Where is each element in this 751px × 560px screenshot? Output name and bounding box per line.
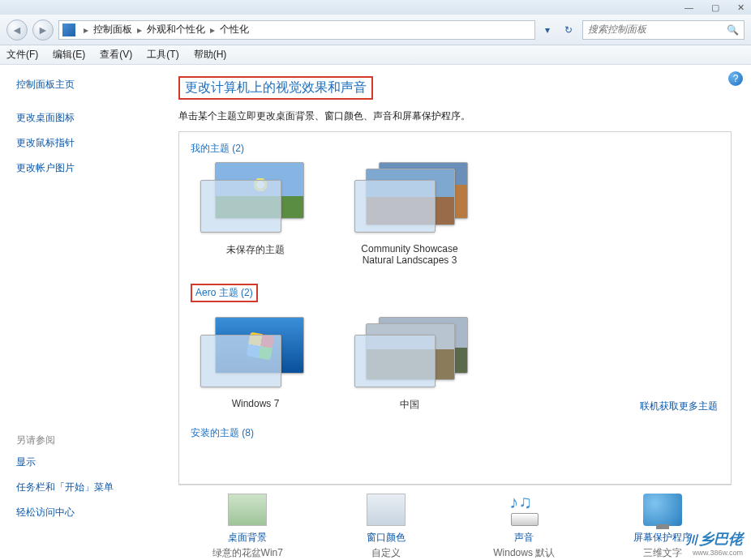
setting-value: 绿意的花盆Win7: [187, 546, 308, 560]
chevron-right-icon: ▸: [207, 24, 218, 36]
window-color-icon: [367, 494, 406, 526]
breadcrumb[interactable]: ▸ 控制面板 ▸ 外观和个性化 ▸ 个性化: [58, 20, 535, 40]
sound-setting[interactable]: 声音 Windows 默认: [463, 494, 585, 560]
setting-label: 桌面背景: [187, 531, 308, 545]
menu-tools[interactable]: 工具(T): [147, 48, 178, 62]
breadcrumb-item[interactable]: 控制面板: [93, 23, 132, 36]
menu-view[interactable]: 查看(V): [100, 48, 132, 62]
window-titlebar: — ▢ ✕: [0, 0, 751, 15]
theme-windows7[interactable]: Windows 7: [191, 317, 320, 412]
setting-value: Windows 默认: [463, 546, 585, 560]
page-title: 更改计算机上的视觉效果和声音: [178, 76, 373, 100]
screensaver-icon: [643, 494, 682, 526]
get-more-themes-link[interactable]: 联机获取更多主题: [640, 400, 718, 413]
seealso-ease-of-access[interactable]: 轻松访问中心: [16, 506, 154, 519]
theme-community-showcase[interactable]: Community Showcase Natural Landscapes 3: [345, 162, 474, 266]
desktop-background-setting[interactable]: 桌面背景 绿意的花盆Win7: [187, 494, 308, 560]
menu-bar: 文件(F) 编辑(E) 查看(V) 工具(T) 帮助(H): [0, 45, 751, 65]
control-panel-icon: [62, 24, 75, 36]
breadcrumb-dropdown[interactable]: ▾: [545, 24, 550, 36]
theme-label: Windows 7: [191, 398, 320, 409]
menu-help[interactable]: 帮助(H): [194, 48, 227, 62]
sidebar-home-link[interactable]: 控制面板主页: [16, 78, 154, 92]
forward-button[interactable]: ►: [32, 19, 54, 41]
theme-china[interactable]: 中国: [345, 317, 474, 412]
search-input[interactable]: 搜索控制面板 🔍: [582, 20, 745, 40]
chevron-right-icon: ▸: [134, 24, 145, 36]
back-button[interactable]: ◄: [6, 19, 28, 41]
minimize-button[interactable]: —: [684, 2, 693, 12]
close-button[interactable]: ✕: [737, 2, 745, 13]
theme-label: Community Showcase Natural Landscapes 3: [345, 243, 474, 266]
seealso-display[interactable]: 显示: [16, 455, 154, 469]
breadcrumb-item[interactable]: 个性化: [220, 23, 249, 36]
sidebar-link-desktop-icons[interactable]: 更改桌面图标: [16, 111, 154, 125]
section-installed-themes: 安装的主题 (8): [191, 426, 719, 440]
themes-panel: 我的主题 (2) 未保存的主题 Community Showcase Na: [178, 131, 732, 485]
sidebar-link-account-picture[interactable]: 更改帐户图片: [16, 161, 154, 175]
section-aero-themes: Aero 主题 (2): [191, 284, 258, 302]
search-placeholder: 搜索控制面板: [588, 23, 646, 36]
theme-unsaved[interactable]: 未保存的主题: [191, 162, 320, 266]
navigation-bar: ◄ ► ▸ 控制面板 ▸ 外观和个性化 ▸ 个性化 ▾ ↻ 搜索控制面板 🔍: [0, 15, 751, 45]
refresh-button[interactable]: ↻: [564, 24, 573, 36]
seealso-taskbar[interactable]: 任务栏和「开始」菜单: [16, 481, 154, 494]
content-area: ? 更改计算机上的视觉效果和声音 单击某个主题立即更改桌面背景、窗口颜色、声音和…: [162, 65, 751, 560]
page-description: 单击某个主题立即更改桌面背景、窗口颜色、声音和屏幕保护程序。: [178, 109, 732, 123]
section-my-themes: 我的主题 (2): [191, 142, 719, 156]
maximize-button[interactable]: ▢: [711, 2, 719, 13]
sound-icon: [504, 494, 543, 526]
sidebar: 控制面板主页 更改桌面图标 更改鼠标指针 更改帐户图片 另请参阅 显示 任务栏和…: [0, 65, 162, 560]
chevron-right-icon: ▸: [80, 24, 92, 36]
theme-window-icon: [354, 335, 436, 387]
sidebar-link-mouse-pointer[interactable]: 更改鼠标指针: [16, 136, 154, 150]
menu-file[interactable]: 文件(F): [6, 48, 38, 62]
watermark: 川乡巴佬 www.386w.com: [686, 529, 743, 557]
theme-window-icon: [200, 335, 281, 387]
desktop-background-icon: [228, 494, 267, 526]
seealso-header: 另请参阅: [16, 434, 154, 447]
setting-value: 自定义: [325, 546, 447, 560]
bottom-settings-bar: 桌面背景 绿意的花盆Win7 窗口颜色 自定义 声音 Windows 默认 屏幕…: [178, 485, 732, 560]
theme-window-icon: [354, 180, 436, 233]
theme-label: 中国: [345, 398, 474, 412]
breadcrumb-item[interactable]: 外观和个性化: [147, 23, 205, 36]
help-icon[interactable]: ?: [728, 71, 743, 86]
menu-edit[interactable]: 编辑(E): [53, 48, 85, 62]
theme-window-icon: [200, 180, 281, 233]
theme-label: 未保存的主题: [191, 243, 320, 257]
setting-label: 声音: [463, 531, 585, 545]
setting-label: 窗口颜色: [325, 531, 447, 545]
search-icon[interactable]: 🔍: [727, 24, 739, 36]
window-color-setting[interactable]: 窗口颜色 自定义: [325, 494, 447, 560]
